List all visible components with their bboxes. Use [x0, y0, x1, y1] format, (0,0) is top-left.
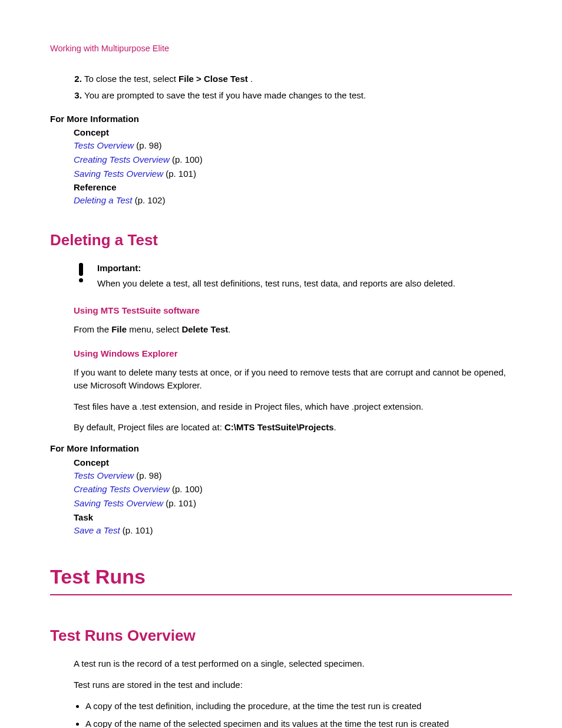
file-path: C:\MTS TestSuite\Projects [224, 422, 334, 432]
ui-file-menu: File [111, 324, 127, 334]
for-more-info-heading: For More Information [50, 442, 512, 455]
text: By default, Project files are located at… [74, 422, 224, 432]
important-note: Important: When you delete a test, all t… [74, 262, 512, 290]
step-2: To close the test, select File > Close T… [84, 73, 512, 85]
xref-line: Save a Test (p. 101) [74, 524, 512, 537]
subheading-using-windows-explorer: Using Windows Explorer [74, 347, 512, 360]
link-creating-tests-overview[interactable]: Creating Tests Overview [74, 484, 170, 494]
menu-path: File > Close Test [178, 74, 248, 84]
xref-line: Creating Tests Overview (p. 100) [74, 153, 512, 166]
important-body: When you delete a test, all test definit… [97, 277, 455, 290]
xref-line: Tests Overview (p. 98) [74, 139, 512, 152]
reference-label: Reference [74, 181, 512, 194]
paragraph: Test runs are stored in the test and inc… [74, 678, 512, 691]
xref-line: Saving Tests Overview (p. 101) [74, 497, 512, 510]
link-saving-tests-overview[interactable]: Saving Tests Overview [74, 169, 163, 179]
bullet-list: A copy of the test definition, including… [74, 700, 512, 728]
step-text-tail: . [248, 74, 253, 84]
link-creating-tests-overview[interactable]: Creating Tests Overview [74, 154, 170, 164]
step-3: You are prompted to save the test if you… [84, 89, 512, 102]
list-item: A copy of the name of the selected speci… [85, 717, 512, 728]
paragraph: If you want to delete many tests at once… [74, 366, 512, 392]
breadcrumb[interactable]: Working with Multipurpose Elite [50, 42, 512, 55]
heading-test-runs-overview: Test Runs Overview [50, 625, 512, 647]
xref-line: Deleting a Test (p. 102) [74, 194, 512, 207]
paragraph: A test run is the record of a test perfo… [74, 657, 512, 670]
step-text: To close the test, select [84, 74, 178, 84]
page-ref: (p. 102) [133, 195, 166, 205]
paragraph: Test files have a .test extension, and r… [74, 400, 512, 413]
page-ref: (p. 100) [170, 484, 203, 494]
text: menu, select [127, 324, 181, 334]
text: . [334, 422, 336, 432]
for-more-info-heading: For More Information [50, 113, 512, 126]
page-ref: (p. 101) [163, 498, 196, 508]
paragraph: By default, Project files are located at… [74, 421, 512, 434]
xref-line: Tests Overview (p. 98) [74, 469, 512, 482]
list-item: A copy of the test definition, including… [85, 700, 512, 713]
page-ref: (p. 98) [134, 470, 162, 480]
text: . [228, 324, 230, 334]
link-tests-overview[interactable]: Tests Overview [74, 470, 134, 480]
paragraph: From the File menu, select Delete Test. [74, 323, 512, 336]
page-ref: (p. 101) [163, 169, 196, 179]
heading-test-runs: Test Runs [50, 562, 512, 595]
page-ref: (p. 100) [170, 154, 203, 164]
important-label: Important: [97, 262, 455, 275]
subheading-using-testsuite: Using MTS TestSuite software [74, 304, 512, 317]
xref-line: Saving Tests Overview (p. 101) [74, 167, 512, 180]
link-saving-tests-overview[interactable]: Saving Tests Overview [74, 498, 163, 508]
important-content: Important: When you delete a test, all t… [97, 262, 455, 290]
ui-delete-test: Delete Test [181, 324, 228, 334]
concept-label: Concept [74, 126, 512, 139]
document-page: Working with Multipurpose Elite To close… [0, 0, 562, 728]
task-label: Task [74, 511, 512, 524]
heading-deleting-a-test: Deleting a Test [50, 229, 512, 252]
link-save-a-test[interactable]: Save a Test [74, 525, 120, 535]
xref-line: Creating Tests Overview (p. 100) [74, 483, 512, 496]
concept-label: Concept [74, 456, 512, 469]
link-deleting-a-test[interactable]: Deleting a Test [74, 195, 133, 205]
page-ref: (p. 101) [120, 525, 153, 535]
important-icon [74, 263, 88, 282]
text: From the [74, 324, 111, 334]
page-ref: (p. 98) [134, 140, 162, 150]
link-tests-overview[interactable]: Tests Overview [74, 140, 134, 150]
numbered-steps: To close the test, select File > Close T… [50, 73, 512, 102]
